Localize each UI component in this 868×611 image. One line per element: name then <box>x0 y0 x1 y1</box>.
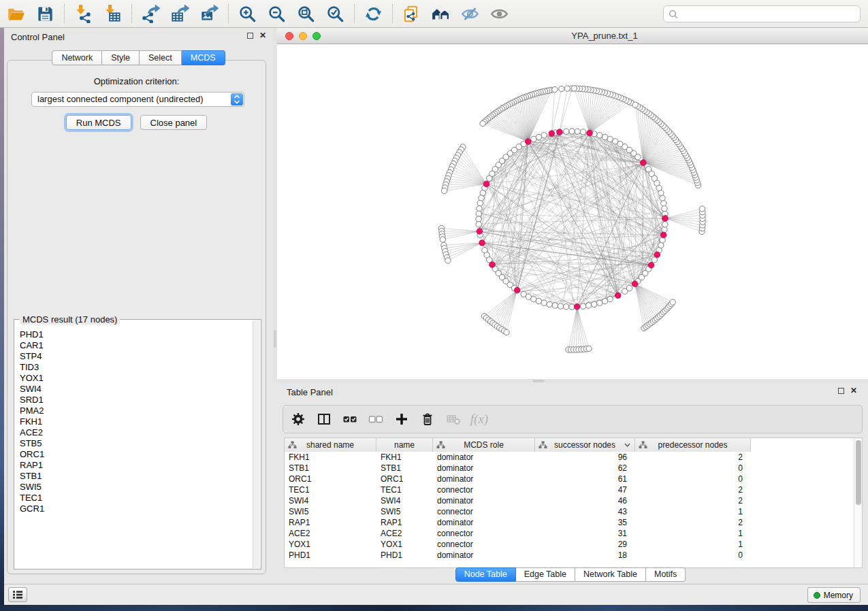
sort-descending-icon <box>624 443 630 447</box>
tab-network-table[interactable]: Network Table <box>575 567 646 582</box>
list-icon <box>12 590 23 599</box>
zoom-fit-icon[interactable] <box>291 2 321 25</box>
node-table: shared namenameMCDS rolesuccessor nodesp… <box>284 437 863 568</box>
table-header-row: shared namenameMCDS rolesuccessor nodesp… <box>285 438 862 452</box>
criterion-dropdown[interactable]: largest connected component (undirected) <box>31 92 244 107</box>
memory-button[interactable]: Memory <box>807 587 861 603</box>
deselect-all-icon[interactable] <box>363 408 389 431</box>
window-minimize-button[interactable] <box>299 32 307 40</box>
network-window-title: YPA_prune.txt_1 <box>309 31 868 41</box>
table-row[interactable]: SWI5SWI5connector431 <box>285 506 862 517</box>
select-all-icon[interactable] <box>337 408 363 431</box>
mcds-result-item[interactable]: SWI4 <box>20 384 253 395</box>
zoom-selected-icon[interactable] <box>321 2 350 25</box>
toolbar-separator <box>228 4 229 23</box>
refresh-icon[interactable] <box>359 2 388 25</box>
mcds-result-item[interactable]: CAR1 <box>20 340 253 351</box>
tab-select[interactable]: Select <box>140 50 182 65</box>
tab-style[interactable]: Style <box>102 50 140 65</box>
mcds-result-item[interactable]: TEC1 <box>20 493 253 503</box>
column-header-successor-nodes[interactable]: successor nodes <box>535 438 635 452</box>
shared-column-icon <box>436 441 445 451</box>
search-icon <box>669 10 678 19</box>
mcds-result-item[interactable]: PMA2 <box>20 406 253 416</box>
table-row[interactable]: ACE2ACE2connector311 <box>285 528 862 539</box>
table-row[interactable]: TEC1TEC1connector472 <box>285 484 862 495</box>
mcds-result-item[interactable]: STB1 <box>20 471 253 482</box>
column-header-shared-name[interactable]: shared name <box>285 438 376 452</box>
zoom-out-icon[interactable] <box>262 2 291 25</box>
homes-icon[interactable] <box>426 2 455 25</box>
float-panel-icon[interactable] <box>247 33 253 39</box>
task-history-button[interactable] <box>8 587 27 602</box>
delete-icon[interactable] <box>415 408 440 431</box>
table-row[interactable]: YOX1YOX1connector291 <box>285 539 862 550</box>
close-panel-button[interactable]: Close panel <box>140 115 208 130</box>
network-view-panel: YPA_prune.txt_1 <box>277 28 868 379</box>
import-network-icon[interactable] <box>69 2 98 25</box>
window-close-button[interactable] <box>285 32 293 40</box>
memory-status-dot <box>814 592 820 599</box>
close-panel-icon[interactable]: ✕ <box>259 33 266 39</box>
mcds-result-item[interactable]: TID3 <box>20 362 253 373</box>
table-scrollbar[interactable] <box>854 438 862 567</box>
shared-column-icon <box>539 441 547 451</box>
zoom-in-icon[interactable] <box>233 2 262 25</box>
table-row[interactable]: RAP1RAP1dominator352 <box>285 517 862 528</box>
tab-node-table[interactable]: Node Table <box>455 567 516 582</box>
delete-table-icon <box>440 408 466 431</box>
search-field[interactable] <box>663 5 861 22</box>
float-table-panel-icon[interactable] <box>838 388 844 394</box>
mcds-result-group: MCDS result (17 nodes) PHD1CAR1STP4TID3Y… <box>14 319 261 569</box>
table-row[interactable]: FKH1FKH1dominator962 <box>285 452 862 463</box>
show-icon[interactable] <box>485 2 514 25</box>
export-table-icon[interactable] <box>165 2 195 25</box>
export-network-icon[interactable] <box>136 2 165 25</box>
mcds-result-item[interactable]: SWI5 <box>20 482 253 493</box>
add-icon[interactable] <box>389 408 415 431</box>
column-header-predecessor-nodes[interactable]: predecessor nodes <box>635 438 751 452</box>
tab-motifs[interactable]: Motifs <box>646 567 686 582</box>
control-panel-title: Control Panel <box>11 32 65 42</box>
mcds-result-item[interactable]: PHD1 <box>20 329 253 340</box>
shared-column-icon <box>639 441 647 451</box>
export-image-icon[interactable] <box>195 2 224 25</box>
column-header-name[interactable]: name <box>376 438 433 452</box>
control-panel-tabs: NetworkStyleSelectMCDS <box>4 50 273 65</box>
memory-label: Memory <box>824 591 853 600</box>
hide-icon[interactable] <box>455 2 485 25</box>
toolbar-separator <box>392 4 393 23</box>
close-table-panel-icon[interactable]: ✕ <box>850 388 857 394</box>
open-icon[interactable] <box>1 2 31 25</box>
mcds-result-item[interactable]: SRD1 <box>20 395 253 406</box>
column-header-MCDS-role[interactable]: MCDS role <box>433 438 535 452</box>
import-table-icon[interactable] <box>98 2 127 25</box>
mcds-result-item[interactable]: STP4 <box>20 351 253 362</box>
mcds-result-list[interactable]: PHD1CAR1STP4TID3YOX1SWI4SRD1PMA2FKH1ACE2… <box>15 327 253 568</box>
mcds-result-item[interactable]: ORC1 <box>20 449 253 460</box>
clone-network-icon[interactable] <box>397 2 426 25</box>
tab-mcds[interactable]: MCDS <box>182 50 225 65</box>
gear-icon[interactable] <box>285 408 311 431</box>
table-row[interactable]: PHD1PHD1dominator180 <box>285 550 862 561</box>
mcds-result-item[interactable]: RAP1 <box>20 460 253 471</box>
table-body: FKH1FKH1dominator962STB1STB1dominator620… <box>285 452 862 561</box>
table-row[interactable]: STB1STB1dominator620 <box>285 463 862 474</box>
table-row[interactable]: SWI4SWI4dominator462 <box>285 495 862 506</box>
desktop-wallpaper-bottom <box>0 605 868 611</box>
run-mcds-button[interactable]: Run MCDS <box>66 115 131 130</box>
tab-network[interactable]: Network <box>52 50 102 65</box>
save-icon[interactable] <box>31 2 60 25</box>
mcds-result-item[interactable]: STB5 <box>20 438 253 449</box>
mcds-result-item[interactable]: GCR1 <box>20 503 253 514</box>
network-canvas[interactable] <box>277 44 868 378</box>
table-row[interactable]: ORC1ORC1dominator610 <box>285 474 862 484</box>
columns-icon[interactable] <box>311 408 337 431</box>
tab-edge-table[interactable]: Edge Table <box>516 567 575 582</box>
search-input[interactable] <box>678 10 860 19</box>
mcds-result-scrollbar[interactable] <box>253 320 260 568</box>
criterion-value: largest connected component (undirected) <box>37 94 204 104</box>
mcds-result-item[interactable]: ACE2 <box>20 427 253 438</box>
mcds-result-item[interactable]: YOX1 <box>20 373 253 384</box>
mcds-result-item[interactable]: FKH1 <box>20 416 253 427</box>
